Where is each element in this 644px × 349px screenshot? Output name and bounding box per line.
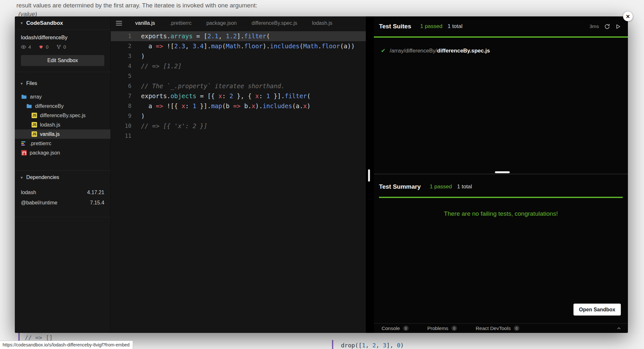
dependency-version: 7.15.4 bbox=[90, 200, 104, 206]
code-line[interactable]: 7exports.objects = [{ x: 2 }, { x: 1 }].… bbox=[111, 91, 366, 101]
splitter-handle-vertical[interactable] bbox=[368, 169, 370, 182]
editor-tab[interactable]: package.json bbox=[199, 16, 244, 30]
refresh-icon[interactable] bbox=[604, 24, 610, 30]
stat-eye: 4 bbox=[21, 44, 31, 50]
code-text: // => [1.2] bbox=[141, 61, 182, 71]
dependencies-section: ▾ Dependencies lodash4.17.21@babel/runti… bbox=[15, 171, 110, 217]
docs-code-comment: // => [] bbox=[25, 334, 53, 341]
editor-tabbar: vanilla.js.prettierrcpackage.jsondiffere… bbox=[111, 16, 366, 30]
file-tree-item[interactable]: package.json bbox=[15, 148, 110, 157]
sidebar-header[interactable]: ▾ CodeSandbox bbox=[15, 16, 110, 30]
devtools-tab[interactable]: Problems0 bbox=[427, 325, 457, 331]
dependency-name: @babel/runtime bbox=[21, 200, 57, 206]
code-text: ) bbox=[141, 51, 145, 61]
line-number: 6 bbox=[111, 81, 131, 91]
code-line[interactable]: 1exports.arrays = [2.1, 1.2].filter( bbox=[111, 31, 366, 41]
link-status-tooltip: https://codesandbox.io/s/lodash-differen… bbox=[0, 341, 133, 349]
eye-icon bbox=[21, 44, 26, 50]
code-line[interactable]: 4// => [1.2] bbox=[111, 61, 366, 71]
code-line[interactable]: 5 bbox=[111, 71, 366, 81]
file-name: vanilla.js bbox=[40, 131, 60, 137]
file-tree: arraydifferenceByJSdifferenceBy.spec.jsJ… bbox=[15, 92, 110, 157]
code-text: // The `_.property` iteratee shorthand. bbox=[141, 81, 285, 91]
test-suites-title: Test Suites bbox=[379, 23, 411, 30]
code-line[interactable]: 8 a => ![{ x: 1 }].map(b => b.x).include… bbox=[111, 101, 366, 111]
file-name: array bbox=[30, 94, 42, 100]
chevron-down-icon: ▾ bbox=[21, 175, 23, 180]
devtools-tab-label: Problems bbox=[427, 325, 448, 331]
js-icon: JS bbox=[32, 113, 37, 118]
code-area[interactable]: 1exports.arrays = [2.1, 1.2].filter(2 a … bbox=[111, 30, 366, 141]
docs-paragraph: result values are determined by the firs… bbox=[16, 2, 257, 9]
no-failing-tests-message: There are no failing tests, congratulati… bbox=[374, 210, 628, 217]
line-number: 5 bbox=[111, 71, 131, 81]
dependency-row[interactable]: lodash4.17.21 bbox=[15, 187, 110, 198]
devtools-tab[interactable]: Console0 bbox=[382, 325, 409, 331]
editor-tab[interactable]: .prettierrc bbox=[162, 16, 199, 30]
editor-pane: vanilla.js.prettierrcpackage.jsondiffere… bbox=[111, 16, 366, 333]
splitter-handle-horizontal[interactable] bbox=[495, 171, 510, 173]
check-icon: ✔ bbox=[381, 47, 385, 54]
devtools-tab-label: React DevTools bbox=[476, 325, 511, 331]
dependency-name: lodash bbox=[21, 190, 36, 195]
line-number: 10 bbox=[111, 121, 131, 131]
line-number: 8 bbox=[111, 101, 131, 111]
code-line[interactable]: 6// The `_.property` iteratee shorthand. bbox=[111, 81, 366, 91]
dependency-row[interactable]: @babel/runtime7.15.4 bbox=[15, 198, 110, 208]
code-line[interactable]: 9) bbox=[111, 111, 366, 121]
summary-passed-count: 1 passed bbox=[430, 184, 452, 190]
file-tree-item[interactable]: differenceBy bbox=[15, 101, 110, 111]
line-number: 4 bbox=[111, 61, 131, 71]
line-number: 3 bbox=[111, 51, 131, 61]
summary-total-count: 1 total bbox=[457, 184, 472, 190]
file-tree-item[interactable]: JSlodash.js bbox=[15, 120, 110, 129]
tests-pane: Test Suites 1 passed 1 total 3ms ✔ /arra… bbox=[374, 16, 628, 333]
open-sandbox-button[interactable]: Open Sandbox bbox=[573, 304, 621, 316]
file-name: lodash.js bbox=[40, 122, 60, 128]
file-tree-item[interactable]: JSdifferenceBy.spec.js bbox=[15, 111, 110, 120]
dependencies-section-label: Dependencies bbox=[26, 174, 59, 180]
edit-sandbox-button[interactable]: Edit Sandbox bbox=[21, 55, 104, 66]
code-text: ) bbox=[141, 111, 145, 121]
editor-tab[interactable]: lodash.js bbox=[305, 16, 340, 30]
code-line[interactable]: 3) bbox=[111, 51, 366, 61]
screen: { "page": { "header_line": "result value… bbox=[0, 0, 644, 349]
suites-total-count: 1 total bbox=[448, 23, 462, 30]
suites-progress-bar bbox=[374, 36, 628, 38]
file-name: differenceBy.spec.js bbox=[40, 113, 86, 118]
npm-icon bbox=[21, 150, 27, 156]
file-tree-item[interactable]: JSvanilla.js bbox=[15, 129, 110, 139]
editor-tab[interactable]: differenceBy.spec.js bbox=[244, 16, 305, 30]
line-number: 11 bbox=[111, 131, 131, 141]
code-line[interactable]: 10// => [{ 'x': 2 }] bbox=[111, 121, 366, 131]
chevron-down-icon: ▾ bbox=[21, 21, 23, 25]
file-name: .prettierrc bbox=[30, 141, 52, 146]
test-spec-row[interactable]: ✔ /array/differenceBy/differenceBy.spec.… bbox=[374, 44, 628, 57]
chevron-down-icon: ▾ bbox=[21, 81, 23, 86]
menu-icon[interactable] bbox=[116, 21, 122, 25]
dependencies-section-header[interactable]: ▾ Dependencies bbox=[15, 171, 110, 184]
close-button[interactable]: ✕ bbox=[623, 12, 633, 21]
file-tree-item[interactable]: .prettierrc bbox=[15, 139, 110, 148]
play-icon[interactable] bbox=[615, 24, 621, 29]
close-icon: ✕ bbox=[626, 14, 630, 20]
chevron-up-icon[interactable] bbox=[616, 326, 621, 331]
stat-value: 0 bbox=[63, 44, 66, 50]
code-text: a => ![2.3, 3.4].map(Math.floor).include… bbox=[141, 41, 355, 51]
code-text: a => ![{ x: 1 }].map(b => b.x).includes(… bbox=[141, 101, 310, 111]
files-section-label: Files bbox=[26, 80, 37, 86]
test-suites-panel: Test Suites 1 passed 1 total 3ms ✔ /arra… bbox=[374, 16, 628, 174]
files-section: ▾ Files arraydifferenceByJSdifferenceBy.… bbox=[15, 72, 110, 171]
file-name: differenceBy bbox=[35, 103, 64, 109]
editor-tab[interactable]: vanilla.js bbox=[128, 16, 162, 30]
project-title: lodash/differenceBy bbox=[21, 34, 104, 41]
line-number: 9 bbox=[111, 111, 131, 121]
test-summary-header: Test Summary 1 passed 1 total bbox=[374, 177, 628, 197]
files-section-header[interactable]: ▾ Files bbox=[15, 72, 110, 90]
code-line[interactable]: 11 bbox=[111, 131, 366, 141]
folder-icon bbox=[26, 104, 32, 108]
file-tree-item[interactable]: array bbox=[15, 92, 110, 101]
stat-fork: 0 bbox=[56, 44, 66, 50]
devtools-tab[interactable]: React DevTools0 bbox=[476, 325, 519, 331]
code-line[interactable]: 2 a => ![2.3, 3.4].map(Math.floor).inclu… bbox=[111, 41, 366, 51]
